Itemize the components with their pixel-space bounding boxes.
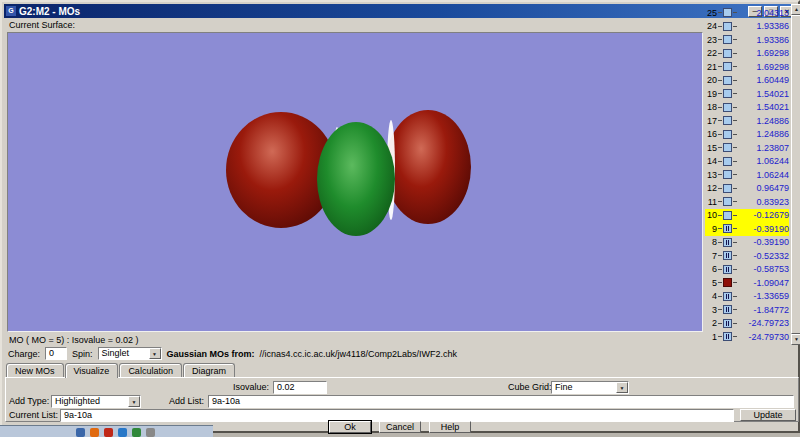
mo-row[interactable]: 1-24.79730: [705, 330, 789, 344]
ok-button[interactable]: Ok: [329, 421, 371, 433]
tick-line: [718, 120, 722, 121]
mo-number: 5: [705, 278, 717, 288]
mo-orbital-box[interactable]: [723, 265, 732, 274]
mo-row[interactable]: 231.93386: [705, 33, 789, 47]
mo-orbital-box[interactable]: [723, 143, 732, 152]
mo-energy: 1.54021: [738, 102, 789, 112]
mo-row[interactable]: 8-0.39190: [705, 236, 789, 250]
tick-line: [718, 336, 722, 337]
taskbar-app-icon-4[interactable]: [118, 428, 127, 437]
mo-number: 6: [705, 264, 717, 274]
charge-input[interactable]: 0: [45, 347, 67, 360]
titlebar[interactable]: G G2:M2 - MOs ─ □ ✕: [4, 4, 796, 18]
mo-orbital-box[interactable]: [723, 251, 732, 260]
mo-orbital-box[interactable]: [723, 197, 732, 206]
taskbar-app-icon-2[interactable]: [90, 428, 99, 437]
tab-diagram[interactable]: Diagram: [183, 363, 235, 378]
mo-row[interactable]: 120.96479: [705, 182, 789, 196]
cube-grid-select[interactable]: Fine ▼: [551, 381, 629, 394]
mo-row[interactable]: 6-0.58753: [705, 263, 789, 277]
chevron-down-icon[interactable]: ▼: [149, 348, 161, 359]
spin-select[interactable]: Singlet ▼: [98, 347, 162, 360]
mo-row[interactable]: 171.24886: [705, 114, 789, 128]
mo-orbital-box[interactable]: [723, 49, 732, 58]
mo-row[interactable]: 221.69298: [705, 47, 789, 61]
taskbar-app-icon-1[interactable]: [76, 428, 85, 437]
mo-orbital-box[interactable]: [723, 89, 732, 98]
mo-orbital-box[interactable]: [723, 238, 732, 247]
help-button[interactable]: Help: [429, 421, 471, 433]
mo-energy: -0.52332: [738, 251, 789, 261]
tab-visualize[interactable]: Visualize: [65, 363, 119, 378]
tab-calculation[interactable]: Calculation: [119, 363, 182, 378]
add-type-select[interactable]: Highlighted ▼: [51, 395, 141, 408]
mo-energy: 1.60449: [738, 75, 789, 85]
chevron-down-icon[interactable]: ▼: [128, 396, 140, 407]
scroll-down-icon[interactable]: ▼: [791, 334, 800, 345]
mo-row[interactable]: 4-1.33659: [705, 290, 789, 304]
taskbar-icons: [0, 428, 155, 437]
mo-row[interactable]: 151.23807: [705, 141, 789, 155]
mo-row[interactable]: 252.04313: [705, 6, 789, 20]
mo-orbital-box[interactable]: [723, 130, 732, 139]
mo-orbital-box[interactable]: [723, 35, 732, 44]
mo-row[interactable]: 181.54021: [705, 101, 789, 115]
mo-row[interactable]: 3-1.84772: [705, 303, 789, 317]
scrollbar-thumb[interactable]: [791, 15, 800, 334]
taskbar-app-icon-5[interactable]: [132, 428, 141, 437]
mo-orbital-box[interactable]: [723, 332, 732, 341]
taskbar-app-icon-3[interactable]: [104, 428, 113, 437]
mo-number: 10: [705, 210, 717, 220]
mo-orbital-box[interactable]: [723, 224, 732, 233]
mo-orbital-box[interactable]: [723, 292, 732, 301]
mo-orbital-box[interactable]: [723, 319, 732, 328]
mo-row[interactable]: 161.24886: [705, 128, 789, 142]
taskbar[interactable]: [0, 425, 213, 437]
isovalue-input[interactable]: 0.02: [273, 381, 327, 394]
mo-row[interactable]: 131.06244: [705, 168, 789, 182]
molecule-viewport[interactable]: [7, 32, 703, 332]
mo-row[interactable]: 9-0.39190: [705, 222, 789, 236]
mo-row[interactable]: 2-24.79723: [705, 317, 789, 331]
mo-row[interactable]: 201.60449: [705, 74, 789, 88]
mo-orbital-box[interactable]: [723, 8, 732, 17]
mo-orbital-box[interactable]: [723, 211, 732, 220]
mo-list-scrollbar[interactable]: ▲ ▼: [791, 4, 800, 345]
mo-energy: -0.39190: [738, 224, 789, 234]
update-button[interactable]: Update: [740, 409, 796, 421]
mo-row[interactable]: 191.54021: [705, 87, 789, 101]
cancel-button[interactable]: Cancel: [379, 421, 421, 433]
mo-orbital-box[interactable]: [723, 305, 732, 314]
mo-row[interactable]: 110.83923: [705, 195, 789, 209]
tab-new-mos[interactable]: New MOs: [6, 363, 64, 378]
mo-energy: 1.23807: [738, 143, 789, 153]
mo-orbital-box[interactable]: [723, 116, 732, 125]
tick-line: [733, 255, 737, 256]
mo-row[interactable]: 211.69298: [705, 60, 789, 74]
mo-orbital-box[interactable]: [723, 22, 732, 31]
charge-label: Charge:: [8, 349, 40, 359]
tick-line: [733, 269, 737, 270]
mo-row[interactable]: 141.06244: [705, 155, 789, 169]
chevron-down-icon[interactable]: ▼: [616, 382, 628, 393]
scroll-up-icon[interactable]: ▲: [791, 4, 800, 15]
mo-orbital-box[interactable]: [723, 278, 732, 287]
tick-line: [733, 66, 737, 67]
mo-row[interactable]: 5-1.09047: [705, 276, 789, 290]
mo-row[interactable]: 241.93386: [705, 20, 789, 34]
taskbar-app-icon-6[interactable]: [146, 428, 155, 437]
mo-row[interactable]: 10-0.12679: [705, 209, 789, 223]
mo-orbital-box[interactable]: [723, 184, 732, 193]
mo-number: 1: [705, 332, 717, 342]
mo-orbital-box[interactable]: [723, 76, 732, 85]
mo-number: 21: [705, 62, 717, 72]
mo-row[interactable]: 7-0.52332: [705, 249, 789, 263]
mo-orbital-box[interactable]: [723, 170, 732, 179]
mo-orbital-box[interactable]: [723, 157, 732, 166]
tick-line: [718, 147, 722, 148]
mo-orbital-box[interactable]: [723, 103, 732, 112]
mo-orbital-box[interactable]: [723, 62, 732, 71]
tick-line: [718, 188, 722, 189]
add-type-label: Add Type:: [9, 395, 49, 408]
add-list-input[interactable]: 9a-10a: [208, 395, 794, 408]
